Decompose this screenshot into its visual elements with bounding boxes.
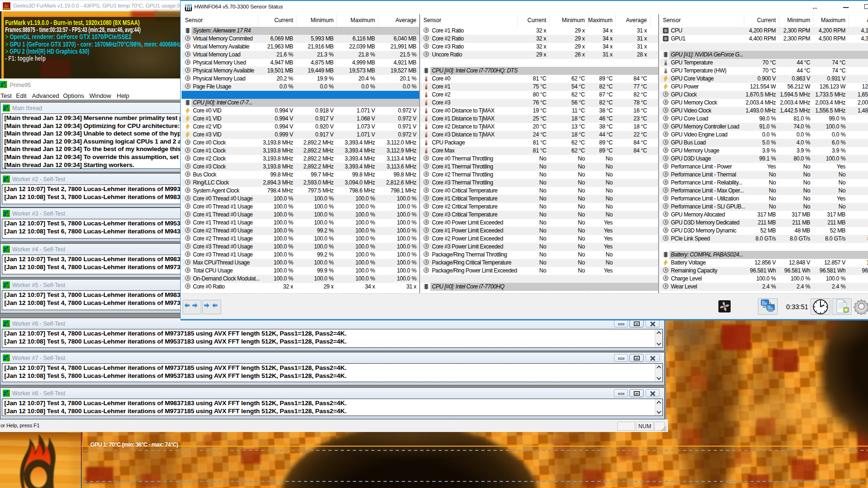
svg-text:-1: -1 <box>6 322 10 327</box>
svg-text:-1: -1 <box>3 83 7 88</box>
svg-text:-1: -1 <box>6 357 10 361</box>
svg-text:-1: -1 <box>6 178 10 183</box>
svg-text:-1: -1 <box>6 107 10 112</box>
svg-text:-1: -1 <box>6 248 10 253</box>
svg-text:-1: -1 <box>6 212 10 217</box>
svg-text:-1: -1 <box>6 392 10 397</box>
svg-text:-1: -1 <box>6 284 10 288</box>
